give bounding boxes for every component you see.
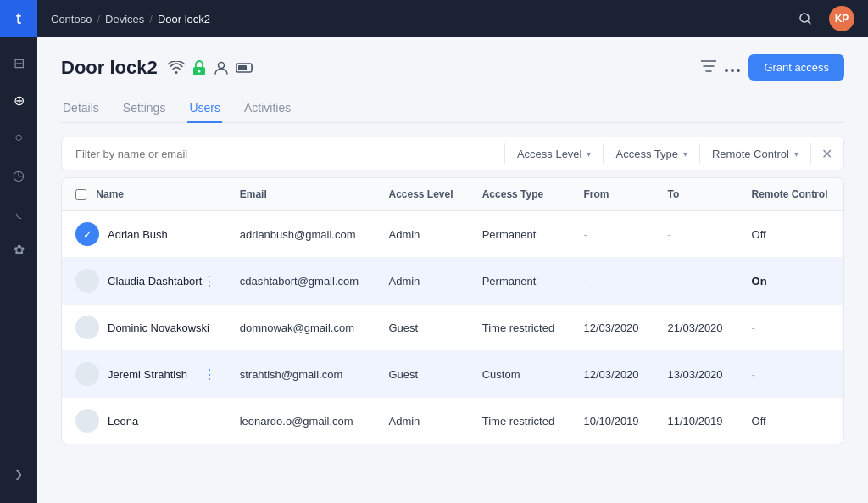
chevron-down-icon: ▾ bbox=[587, 149, 591, 159]
breadcrumb: Contoso / Devices / Door lock2 bbox=[51, 13, 210, 25]
topbar-search-button[interactable] bbox=[792, 5, 819, 32]
filter-bar: Access Level ▾ Access Type ▾ Remote Cont… bbox=[61, 137, 844, 170]
access-type-cell: Custom bbox=[469, 351, 570, 398]
app-logo: t bbox=[0, 0, 37, 37]
to-cell: 11/10/2019 bbox=[654, 398, 738, 444]
svg-rect-5 bbox=[238, 65, 247, 70]
remote-control-cell: - bbox=[738, 351, 843, 398]
access-level-cell: Admin bbox=[376, 211, 469, 258]
remote-control-dropdown[interactable]: Remote Control ▾ bbox=[700, 137, 810, 170]
content-area: Door lock2 bbox=[37, 37, 868, 503]
search-icon bbox=[798, 12, 812, 25]
sidebar-item-search[interactable]: ⊕ bbox=[3, 85, 34, 115]
tab-settings[interactable]: Settings bbox=[121, 94, 168, 123]
page-title: Door lock2 bbox=[61, 57, 158, 79]
chevron-down-icon-3: ▾ bbox=[794, 149, 798, 159]
breadcrumb-devices[interactable]: Devices bbox=[105, 13, 144, 25]
to-cell: - bbox=[654, 211, 738, 258]
remote-control-cell: - bbox=[738, 305, 843, 351]
access-type-cell: Time restricted bbox=[469, 305, 570, 351]
svg-point-7 bbox=[731, 69, 734, 72]
row-menu-button-active[interactable]: ⋮ bbox=[199, 365, 220, 384]
sidebar-item-gear[interactable]: ✿ bbox=[3, 234, 34, 265]
user-avatar[interactable]: KP bbox=[829, 6, 854, 31]
col-name: Name bbox=[62, 178, 226, 211]
tab-details[interactable]: Details bbox=[61, 94, 101, 123]
remote-control-cell: Off bbox=[738, 398, 843, 444]
user-name: Dominic Novakowski bbox=[108, 321, 209, 334]
col-to: To bbox=[654, 178, 738, 211]
user-name: Jeremi Strahtish bbox=[108, 368, 187, 381]
users-table: Name Email Access Level Access Type From… bbox=[61, 177, 844, 444]
tab-users[interactable]: Users bbox=[187, 94, 222, 123]
tab-activities[interactable]: Activities bbox=[242, 94, 292, 123]
sidebar: t ⊟ ⊕ ○ ◷ ◟ ✿ ❯ bbox=[0, 0, 37, 503]
name-cell: Leona bbox=[62, 398, 226, 444]
email-cell: strahtish@gmail.com bbox=[226, 351, 376, 398]
breadcrumb-sep1: / bbox=[97, 13, 100, 25]
name-cell: Dominic Novakowski bbox=[62, 305, 226, 351]
email-cell: leonardo.o@gmail.com bbox=[226, 398, 376, 444]
access-type-cell: Permanent bbox=[469, 211, 570, 258]
table-header-row: Name Email Access Level Access Type From… bbox=[62, 178, 843, 211]
name-cell: ✓ Adrian Bush bbox=[62, 211, 226, 258]
sidebar-item-user[interactable]: ○ bbox=[3, 122, 34, 153]
col-from: From bbox=[570, 178, 654, 211]
remote-control-cell: Off bbox=[738, 211, 843, 258]
col-access-level: Access Level bbox=[376, 178, 469, 211]
breadcrumb-contoso[interactable]: Contoso bbox=[51, 13, 92, 25]
table-row: Leona leonardo.o@gmail.com Admin Time re… bbox=[62, 398, 843, 444]
access-level-cell: Guest bbox=[376, 305, 469, 351]
sidebar-item-bell[interactable]: ◟ bbox=[3, 197, 34, 227]
breadcrumb-sep2: / bbox=[149, 13, 153, 25]
to-cell: 13/03/2020 bbox=[654, 351, 738, 398]
more-icon bbox=[725, 69, 740, 72]
from-cell: 12/03/2020 bbox=[570, 305, 654, 351]
table-row: Dominic Novakowski domnowak@gmail.com Gu… bbox=[62, 305, 843, 351]
grant-access-button[interactable]: Grant access bbox=[748, 54, 844, 81]
access-type-cell: Time restricted bbox=[469, 398, 570, 444]
svg-point-2 bbox=[198, 70, 200, 72]
sidebar-item-grid[interactable]: ⊟ bbox=[3, 48, 34, 78]
user-name: Leona bbox=[108, 415, 138, 428]
email-cell: domnowak@gmail.com bbox=[226, 305, 376, 351]
from-cell: 10/10/2019 bbox=[570, 398, 654, 444]
access-type-cell: Permanent bbox=[469, 258, 570, 305]
email-cell: adrianbush@gmail.com bbox=[226, 211, 376, 258]
sidebar-nav: ⊟ ⊕ ○ ◷ ◟ ✿ bbox=[3, 37, 34, 459]
svg-point-3 bbox=[218, 62, 224, 68]
main-content: Contoso / Devices / Door lock2 KP Door l… bbox=[37, 0, 868, 503]
user-avatar bbox=[75, 316, 99, 339]
user-name: Adrian Bush bbox=[108, 228, 168, 241]
tab-bar: Details Settings Users Activities bbox=[61, 94, 844, 123]
lock-icon bbox=[192, 59, 207, 76]
to-cell: 21/03/2020 bbox=[654, 305, 738, 351]
access-level-dropdown[interactable]: Access Level ▾ bbox=[505, 137, 604, 170]
access-level-cell: Admin bbox=[376, 398, 469, 444]
topbar-right: KP bbox=[792, 5, 854, 32]
select-all-checkbox[interactable] bbox=[75, 189, 86, 200]
page-title-row: Door lock2 bbox=[61, 57, 254, 79]
user-name: Claudia Dashtabort bbox=[108, 275, 202, 288]
filter-close-button[interactable]: ✕ bbox=[811, 138, 842, 169]
row-menu-button[interactable]: ⋮ bbox=[199, 271, 220, 291]
svg-point-8 bbox=[737, 69, 740, 72]
sidebar-expand-button[interactable]: ❯ bbox=[3, 459, 34, 489]
user-avatar bbox=[75, 362, 99, 386]
filter-button[interactable] bbox=[701, 59, 716, 76]
page-header: Door lock2 bbox=[61, 54, 844, 81]
more-button[interactable] bbox=[725, 59, 740, 76]
table-row: Jeremi Strahtish ⋮ strahtish@gmail.com G… bbox=[62, 351, 843, 398]
sidebar-item-clock[interactable]: ◷ bbox=[3, 159, 34, 190]
user-avatar bbox=[75, 409, 99, 433]
table-row: Claudia Dashtabort ⋮ cdashtabort@gmail.c… bbox=[62, 258, 843, 305]
email-cell: cdashtabort@gmail.com bbox=[226, 258, 376, 305]
filter-search-input[interactable] bbox=[62, 148, 504, 160]
topbar: Contoso / Devices / Door lock2 KP bbox=[37, 0, 868, 37]
access-type-dropdown[interactable]: Access Type ▾ bbox=[604, 137, 698, 170]
wifi-icon bbox=[168, 61, 185, 75]
page-actions: Grant access bbox=[701, 54, 844, 81]
battery-icon bbox=[236, 62, 254, 74]
device-icons bbox=[168, 59, 254, 76]
table-row: ✓ Adrian Bush adrianbush@gmail.com Admin… bbox=[62, 211, 843, 258]
